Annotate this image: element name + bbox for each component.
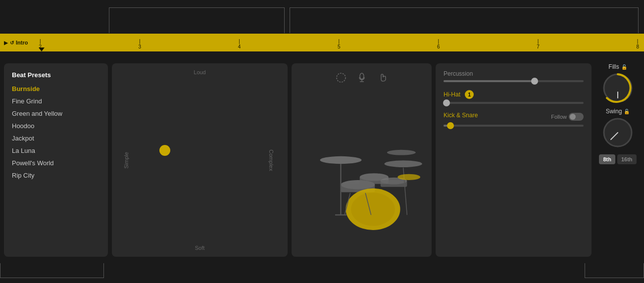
- hihat-thumb[interactable]: [443, 99, 450, 106]
- sidebar-item-powells-world[interactable]: Powell's World: [4, 157, 108, 169]
- ruler-mark-5: 5: [338, 39, 341, 49]
- fills-label: Fills 🔓: [608, 63, 627, 70]
- xy-label-complex: Complex: [268, 149, 274, 171]
- svg-point-0: [337, 73, 346, 82]
- sidebar-item-la-luna[interactable]: La Luna: [4, 144, 108, 157]
- fills-knob-svg: [602, 72, 634, 104]
- ruler-mark-2: 2: [39, 39, 42, 49]
- sidebar-item-jackpot[interactable]: Jackpot: [4, 132, 108, 144]
- swing-knob-container[interactable]: [602, 117, 634, 148]
- sidebar-item-rip-city[interactable]: Rip City: [4, 169, 108, 182]
- fills-knob-section: Fills 🔓: [595, 63, 640, 104]
- percussion-section: Percussion: [444, 70, 584, 82]
- beat-presets-header: Beat Presets: [4, 69, 108, 83]
- ruler-mark-8: 8: [636, 39, 639, 49]
- loop-icon: ↺: [10, 40, 14, 46]
- svg-rect-13: [381, 180, 407, 187]
- svg-point-6: [384, 160, 422, 167]
- note-8th-button[interactable]: 8th: [599, 154, 615, 164]
- note-buttons: 8th 16th: [599, 154, 636, 164]
- svg-point-21: [397, 174, 420, 180]
- follow-row: Kick & Snare Follow: [444, 112, 584, 122]
- kick-snare-thumb[interactable]: [447, 122, 454, 129]
- bracket-bottom-right: [585, 263, 644, 278]
- play-icon: ▶: [4, 40, 8, 46]
- svg-point-15: [351, 192, 395, 226]
- toggle-knob: [570, 114, 576, 120]
- swing-knob-section: Swing 🔓: [595, 108, 640, 148]
- xy-dot[interactable]: [159, 145, 170, 156]
- bracket-bottom-left: [0, 263, 104, 278]
- swing-label: Swing 🔓: [606, 108, 630, 115]
- shaker-icon[interactable]: [336, 72, 347, 86]
- instrument-controls: Percussion Hi-Hat 1 Kick & Snare Follow: [436, 63, 592, 257]
- sidebar-item-hoodoo[interactable]: Hoodoo: [4, 120, 108, 132]
- xy-label-loud: Loud: [194, 69, 205, 75]
- drum-pad: [292, 63, 432, 257]
- follow-label: Follow: [551, 114, 567, 120]
- hihat-section: Hi-Hat 1: [444, 90, 584, 104]
- bracket-top-left: [109, 7, 285, 33]
- ruler-mark-7: 7: [537, 39, 540, 49]
- hand-icon[interactable]: [377, 72, 388, 86]
- ruler-marks: 2 3 4 5 6 7 8: [34, 39, 644, 49]
- percussion-label: Percussion: [444, 70, 584, 77]
- percussion-fill: [444, 80, 535, 82]
- section-label: Intro: [16, 40, 28, 46]
- timeline-ruler: 2 3 4 5 6 7 8: [34, 34, 644, 51]
- swing-lock-icon: 🔓: [624, 109, 630, 114]
- hihat-badge: 1: [465, 90, 474, 99]
- drum-kit-svg: [292, 63, 432, 257]
- sidebar: Beat Presets Burnside Fine Grind Green a…: [4, 63, 108, 257]
- xy-label-soft: Soft: [195, 245, 205, 251]
- ruler-mark-3: 3: [139, 39, 142, 49]
- timeline-label: ▶ ↺ Intro: [4, 40, 28, 46]
- hihat-slider[interactable]: [444, 102, 584, 104]
- ruler-mark-6: 6: [437, 39, 440, 49]
- hihat-label: Hi-Hat 1: [444, 90, 584, 99]
- ruler-mark-4: 4: [238, 39, 241, 49]
- svg-point-7: [387, 150, 416, 155]
- mic-icon[interactable]: [356, 72, 367, 86]
- percussion-thumb[interactable]: [531, 78, 538, 85]
- note-16th-button[interactable]: 16th: [617, 154, 637, 164]
- svg-point-1: [360, 73, 364, 79]
- sidebar-item-green-yellow[interactable]: Green and Yellow: [4, 107, 108, 120]
- kick-snare-slider[interactable]: [444, 125, 584, 127]
- drum-icons: [336, 72, 388, 86]
- percussion-slider[interactable]: [444, 80, 584, 82]
- bracket-top-right: [290, 7, 639, 33]
- timeline: ▶ ↺ Intro 2 3 4 5 6 7 8: [0, 34, 644, 51]
- xy-label-simple: Simple: [123, 152, 129, 169]
- main-content: Beat Presets Burnside Fine Grind Green a…: [0, 59, 644, 261]
- follow-container: Follow: [551, 113, 584, 121]
- kick-snare-label: Kick & Snare: [444, 112, 478, 119]
- swing-knob-svg: [602, 117, 634, 148]
- sidebar-item-fine-grind[interactable]: Fine Grind: [4, 95, 108, 107]
- fills-knob-container[interactable]: [602, 72, 634, 104]
- xy-pad[interactable]: Loud Soft Simple Complex: [112, 63, 288, 257]
- kick-snare-section: Kick & Snare Follow: [444, 112, 584, 127]
- svg-point-5: [320, 156, 361, 164]
- sidebar-item-burnside[interactable]: Burnside: [4, 83, 108, 95]
- fills-panel: Fills 🔓 Swing 🔓: [595, 63, 640, 257]
- fills-lock-icon: 🔓: [621, 64, 627, 70]
- follow-toggle[interactable]: [569, 113, 584, 121]
